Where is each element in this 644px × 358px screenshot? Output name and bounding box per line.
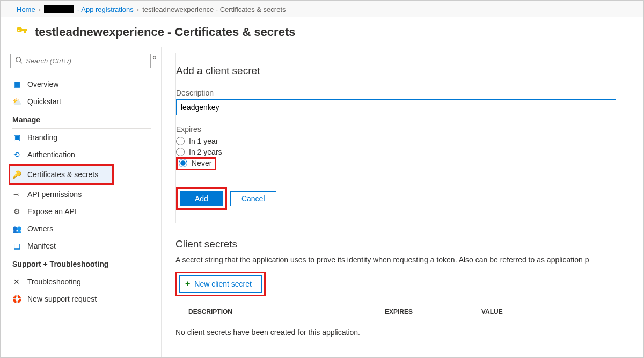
sidebar-item-api-permissions[interactable]: ⊸ API permissions	[1, 186, 161, 203]
description-input[interactable]	[176, 99, 616, 115]
svg-line-1	[20, 62, 23, 64]
key-icon: 🔑	[12, 170, 21, 179]
add-client-secret-panel: Add a client secret Description Expires …	[175, 53, 643, 223]
section-description: A secret string that the application use…	[175, 255, 643, 264]
sidebar-item-label: Certificates & secrets	[27, 170, 98, 179]
sidebar-item-owners[interactable]: 👥 Owners	[1, 220, 161, 237]
main-content: Add a client secret Description Expires …	[162, 47, 643, 358]
quickstart-icon: ⛅	[12, 97, 21, 106]
breadcrumb: Home › - App registrations › testleadnew…	[1, 1, 643, 17]
authentication-icon: ⟲	[12, 150, 21, 159]
svg-point-0	[16, 57, 21, 62]
add-button-highlight: Add	[176, 187, 227, 210]
section-title: Client secrets	[175, 238, 643, 250]
radio-1year[interactable]	[176, 137, 185, 145]
add-button[interactable]: Add	[180, 191, 223, 206]
table-empty-message: No client secrets have been created for …	[175, 319, 605, 337]
sidebar-item-manifest[interactable]: ▤ Manifest	[1, 237, 161, 254]
button-label: New client secret	[194, 280, 252, 288]
chevron-right-icon: ›	[39, 5, 41, 13]
new-client-secret-button[interactable]: + New client secret	[179, 275, 262, 293]
sidebar: « ▦ Overview ⛅ Quickstart Manage ▣ Brand…	[1, 47, 162, 358]
sidebar-item-label: New support request	[27, 295, 97, 303]
owners-icon: 👥	[12, 224, 21, 233]
sidebar-item-expose-api[interactable]: ⚙ Expose an API	[1, 203, 161, 220]
cancel-button[interactable]: Cancel	[230, 191, 276, 206]
sidebar-item-label: API permissions	[27, 190, 82, 199]
breadcrumb-current: testleadnewexperience - Certificates & s…	[142, 5, 286, 13]
sidebar-item-new-support-request[interactable]: 🛟 New support request	[1, 290, 161, 308]
troubleshooting-icon: ✕	[12, 277, 21, 286]
client-secrets-table: DESCRIPTION EXPIRES VALUE No client secr…	[175, 305, 605, 337]
expires-option-never[interactable]: Never	[179, 159, 211, 167]
sidebar-item-authentication[interactable]: ⟲ Authentication	[1, 146, 161, 163]
overview-icon: ▦	[12, 80, 21, 89]
manifest-icon: ▤	[12, 242, 21, 250]
sidebar-item-overview[interactable]: ▦ Overview	[1, 76, 161, 93]
expires-label: Expires	[176, 125, 643, 134]
radio-label: Never	[192, 159, 211, 167]
radio-2years[interactable]	[176, 148, 185, 156]
support-request-icon: 🛟	[12, 295, 21, 303]
sidebar-item-label: Manifest	[27, 242, 56, 250]
page-header: testleadnewexperience - Certificates & s…	[1, 17, 643, 47]
panel-title: Add a client secret	[176, 65, 643, 77]
radio-label: In 2 years	[189, 148, 222, 156]
breadcrumb-redacted	[44, 5, 74, 13]
sidebar-item-label: Overview	[27, 80, 58, 89]
key-icon	[16, 25, 28, 39]
sidebar-item-quickstart[interactable]: ⛅ Quickstart	[1, 93, 161, 110]
sidebar-item-label: Owners	[27, 224, 53, 233]
sidebar-item-troubleshooting[interactable]: ✕ Troubleshooting	[1, 273, 161, 290]
sidebar-search[interactable]	[10, 54, 151, 68]
col-expires: EXPIRES	[385, 308, 481, 316]
sidebar-item-certificates-secrets[interactable]: 🔑 Certificates & secrets	[9, 164, 114, 185]
sidebar-item-branding[interactable]: ▣ Branding	[1, 129, 161, 146]
sidebar-section-manage: Manage	[1, 110, 161, 126]
plus-icon: +	[185, 279, 190, 289]
page-title: testleadnewexperience - Certificates & s…	[35, 25, 295, 39]
api-permissions-icon: ⊸	[12, 190, 21, 199]
radio-never[interactable]	[179, 159, 187, 167]
expires-option-1year[interactable]: In 1 year	[176, 136, 643, 147]
search-input[interactable]	[26, 57, 146, 65]
expires-option-never-highlight: Never	[176, 157, 216, 170]
sidebar-item-label: Expose an API	[27, 207, 77, 216]
sidebar-item-label: Branding	[27, 133, 57, 142]
sidebar-section-support: Support + Troubleshooting	[1, 254, 161, 271]
sidebar-item-label: Quickstart	[27, 97, 61, 106]
expose-api-icon: ⚙	[12, 207, 21, 216]
breadcrumb-home[interactable]: Home	[17, 5, 35, 13]
radio-label: In 1 year	[189, 137, 218, 145]
col-value: VALUE	[481, 308, 605, 316]
new-client-secret-highlight: + New client secret	[175, 272, 266, 296]
chevron-right-icon: ›	[137, 5, 139, 13]
sidebar-item-label: Authentication	[27, 150, 75, 159]
search-icon	[15, 56, 23, 65]
collapse-chevron-icon[interactable]: «	[152, 53, 157, 61]
table-header: DESCRIPTION EXPIRES VALUE	[175, 305, 605, 319]
description-label: Description	[176, 89, 643, 97]
breadcrumb-app-registrations[interactable]: - App registrations	[77, 5, 134, 13]
expires-option-2years[interactable]: In 2 years	[176, 147, 643, 157]
branding-icon: ▣	[12, 133, 21, 142]
sidebar-item-label: Troubleshooting	[27, 277, 81, 286]
col-description: DESCRIPTION	[175, 308, 385, 316]
client-secrets-section: Client secrets A secret string that the …	[175, 238, 643, 337]
